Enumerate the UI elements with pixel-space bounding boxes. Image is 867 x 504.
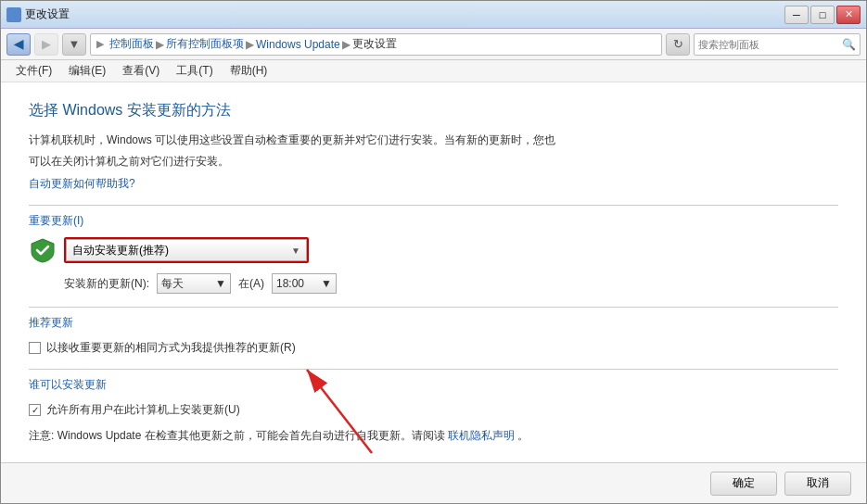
update-dropdown-wrapper: 自动安装更新(推荐) ▼ xyxy=(64,237,309,263)
back-button[interactable]: ◀ xyxy=(6,33,31,56)
main-content: 选择 Windows 安装更新的方法 计算机联机时，Windows 可以使用这些… xyxy=(1,82,866,462)
schedule-label: 安装新的更新(N): xyxy=(64,276,149,292)
breadcrumb-current: 更改设置 xyxy=(352,36,397,52)
maximize-button[interactable]: □ xyxy=(810,6,835,24)
address-path: ▶ 控制面板 ▶ 所有控制面板项 ▶ Windows Update ▶ 更改设置 xyxy=(90,33,662,56)
recommended-checkbox-label: 以接收重要更新的相同方式为我提供推荐的更新(R) xyxy=(46,340,296,356)
address-bar: ◀ ▶ ▼ ▶ 控制面板 ▶ 所有控制面板项 ▶ Windows Update … xyxy=(1,29,866,60)
refresh-button[interactable]: ↻ xyxy=(666,33,690,56)
menu-view[interactable]: 查看(V) xyxy=(115,61,167,81)
day-dropdown[interactable]: 每天 ▼ xyxy=(157,273,231,294)
note-end: 。 xyxy=(517,429,529,442)
section-divider-1 xyxy=(29,205,838,206)
menu-tools[interactable]: 工具(T) xyxy=(169,61,220,81)
breadcrumb-controlpanel[interactable]: 控制面板 xyxy=(109,36,154,52)
menu-help[interactable]: 帮助(H) xyxy=(223,61,275,81)
time-dropdown[interactable]: 18:00 ▼ xyxy=(272,273,337,294)
at-label: 在(A) xyxy=(238,276,264,292)
who-checkbox[interactable] xyxy=(29,404,41,416)
ok-button[interactable]: 确定 xyxy=(710,472,777,496)
search-box: 🔍 xyxy=(694,33,861,56)
recommended-checkbox[interactable] xyxy=(29,342,41,354)
update-dropdown[interactable]: 自动安装更新(推荐) ▼ xyxy=(66,239,307,261)
section-divider-2 xyxy=(29,307,838,308)
recommended-section-label: 推荐更新 xyxy=(29,315,838,331)
dropdown-button[interactable]: ▼ xyxy=(62,33,86,56)
forward-button[interactable]: ▶ xyxy=(34,33,58,56)
title-bar: 更改设置 ─ □ ✕ xyxy=(1,1,866,29)
shield-icon xyxy=(29,236,57,264)
main-window: 更改设置 ─ □ ✕ ◀ ▶ ▼ ▶ 控制面板 ▶ 所有控制面板项 ▶ Wind… xyxy=(0,0,867,504)
description-line2: 可以在关闭计算机之前对它们进行安装。 xyxy=(29,153,838,170)
footer: 确定 取消 xyxy=(1,462,866,503)
who-section-label: 谁可以安装更新 xyxy=(29,377,838,393)
close-button[interactable]: ✕ xyxy=(836,6,861,24)
note-text: 注意: Windows Update 在检查其他更新之前，可能会首先自动进行自我… xyxy=(29,427,838,444)
important-section-label: 重要更新(I) xyxy=(29,213,838,229)
who-checkbox-row: 允许所有用户在此计算机上安装更新(U) xyxy=(29,402,838,418)
privacy-link[interactable]: 联机隐私声明 xyxy=(448,429,515,442)
description-line1: 计算机联机时，Windows 可以使用这些设置自动检查重要的更新并对它们进行安装… xyxy=(29,132,838,149)
note-content: 注意: Windows Update 在检查其他更新之前，可能会首先自动进行自我… xyxy=(29,429,445,442)
search-input[interactable] xyxy=(695,39,837,50)
dropdown-arrow-icon: ▼ xyxy=(291,246,300,256)
title-bar-left: 更改设置 xyxy=(6,6,70,22)
menu-edit[interactable]: 编辑(E) xyxy=(61,61,113,81)
who-checkbox-label: 允许所有用户在此计算机上安装更新(U) xyxy=(46,402,240,418)
breadcrumb-windowsupdate[interactable]: Windows Update xyxy=(256,38,340,51)
important-update-row: 自动安装更新(推荐) ▼ xyxy=(29,236,838,264)
menu-file[interactable]: 文件(F) xyxy=(8,61,59,81)
window-controls: ─ □ ✕ xyxy=(784,6,861,24)
window-icon xyxy=(6,7,21,22)
time-value: 18:00 xyxy=(276,277,304,290)
search-icon[interactable]: 🔍 xyxy=(837,34,860,55)
day-arrow-icon: ▼ xyxy=(215,277,226,290)
update-dropdown-value: 自动安装更新(推荐) xyxy=(72,243,169,258)
page-title: 选择 Windows 安装更新的方法 xyxy=(29,101,838,120)
help-link[interactable]: 自动更新如何帮助我? xyxy=(29,177,135,190)
recommended-checkbox-row: 以接收重要更新的相同方式为我提供推荐的更新(R) xyxy=(29,340,838,356)
time-arrow-icon: ▼ xyxy=(321,277,332,290)
minimize-button[interactable]: ─ xyxy=(784,6,809,24)
window-title: 更改设置 xyxy=(25,6,70,22)
day-value: 每天 xyxy=(161,276,184,292)
breadcrumb-allitems[interactable]: 所有控制面板项 xyxy=(166,36,244,52)
schedule-row: 安装新的更新(N): 每天 ▼ 在(A) 18:00 ▼ xyxy=(64,273,838,294)
menu-bar: 文件(F) 编辑(E) 查看(V) 工具(T) 帮助(H) xyxy=(1,60,866,82)
section-divider-3 xyxy=(29,369,838,370)
cancel-button[interactable]: 取消 xyxy=(784,472,851,496)
